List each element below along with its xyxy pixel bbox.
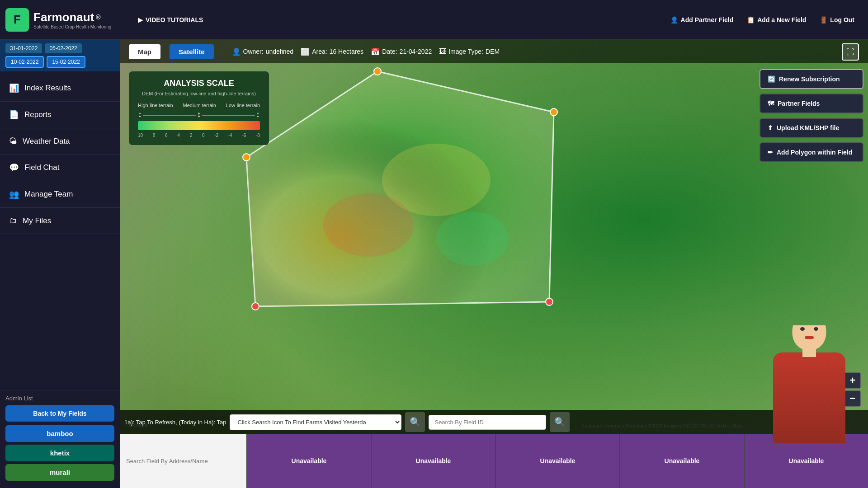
upload-icon: ⬆ xyxy=(768,124,773,131)
logout-icon: 🚪 xyxy=(820,16,827,23)
field-btn-murali[interactable]: murali xyxy=(5,464,114,481)
back-to-my-fields-btn[interactable]: Back to My Fields xyxy=(5,405,114,422)
farms-search-btn[interactable]: 🔍 xyxy=(405,412,425,432)
thumbnail-0[interactable]: Unavailable xyxy=(246,434,371,488)
date-badge-0[interactable]: 31-01-2022 xyxy=(5,43,42,53)
sidebar: 31-01-2022 05-02-2022 10-02-2022 15-02-2… xyxy=(0,40,120,488)
legend-gradient-bar xyxy=(138,121,260,130)
add-field-icon: 📋 xyxy=(747,16,755,23)
sidebar-item-reports[interactable]: 📄 Reports xyxy=(0,102,120,128)
thumbnail-1[interactable]: Unavailable xyxy=(371,434,495,488)
app-title: Farmonaut ® xyxy=(33,10,111,24)
partner-icon: 👤 xyxy=(670,16,678,23)
field-id-search-btn[interactable]: 🔍 xyxy=(550,412,570,432)
farms-dropdown[interactable]: Click Search Icon To Find Farms Visited … xyxy=(230,414,401,430)
field-btn-bamboo[interactable]: bamboo xyxy=(5,425,114,442)
partner-fields-icon: 🗺 xyxy=(768,100,774,107)
polygon-icon: ✏ xyxy=(768,149,773,156)
map-date: 📅 Date: 21-04-2022 xyxy=(371,47,432,56)
reports-icon: 📄 xyxy=(9,110,19,120)
partner-fields-btn[interactable]: 🗺 Partner Fields xyxy=(760,94,863,113)
renew-icon: 🔄 xyxy=(768,75,775,83)
video-icon: ▶ xyxy=(138,16,143,23)
sidebar-nav: 📊 Index Results 📄 Reports 🌤 Weather Data… xyxy=(0,71,120,390)
upload-kml-btn[interactable]: ⬆ Upload KML/SHP file xyxy=(760,118,863,138)
logo-text-block: Farmonaut ® Satellite Based Crop Health … xyxy=(33,10,111,29)
add-partner-field-btn[interactable]: 👤 Add Partner Field xyxy=(670,16,734,23)
date-badge-2[interactable]: 10-02-2022 xyxy=(5,56,44,68)
chat-icon: 💬 xyxy=(9,163,19,173)
image-icon: 🖼 xyxy=(439,47,446,56)
map-image-type: 🖼 Image Type: DEM xyxy=(439,47,500,56)
main-content: Map Satellite 👤 Owner: undefined ⬜ Area:… xyxy=(120,40,868,488)
date-badge-3[interactable]: 15-02-2022 xyxy=(47,56,85,68)
header-nav: ▶ VIDEO TUTORIALS xyxy=(120,16,203,23)
add-new-field-btn[interactable]: 📋 Add a New Field xyxy=(747,16,806,23)
legend-terrain-labels: High-line terrain Medium terrain Low-lin… xyxy=(138,103,260,108)
map-info: 👤 Owner: undefined ⬜ Area: 16 Hectares 📅… xyxy=(232,47,500,56)
search-icon-2: 🔍 xyxy=(554,417,566,427)
date-bar: 31-01-2022 05-02-2022 10-02-2022 15-02-2… xyxy=(0,40,120,71)
fullscreen-btn[interactable]: ⛶ xyxy=(842,43,859,61)
logo-area: F Farmonaut ® Satellite Based Crop Healt… xyxy=(0,8,120,32)
right-buttons: 🔄 Renew Subscription 🗺 Partner Fields ⬆ … xyxy=(760,69,863,162)
sidebar-item-manage-team[interactable]: 👥 Manage Team xyxy=(0,181,120,208)
sidebar-item-weather-data[interactable]: 🌤 Weather Data xyxy=(0,128,120,155)
sidebar-item-field-chat[interactable]: 💬 Field Chat xyxy=(0,155,120,181)
header: F Farmonaut ® Satellite Based Crop Healt… xyxy=(0,0,868,40)
team-icon: 👥 xyxy=(9,189,19,199)
video-tutorials-btn[interactable]: ▶ VIDEO TUTORIALS xyxy=(138,16,203,23)
log-out-btn[interactable]: 🚪 Log Out xyxy=(820,16,854,23)
add-polygon-btn[interactable]: ✏ Add Polygon within Field xyxy=(760,142,863,162)
svg-point-3 xyxy=(323,193,414,257)
legend-title: ANALYSIS SCALE xyxy=(138,79,260,88)
svg-point-5 xyxy=(374,68,381,75)
map-owner: 👤 Owner: undefined xyxy=(232,47,294,56)
admin-label: Admin List xyxy=(5,395,114,402)
address-search-input[interactable] xyxy=(126,458,240,465)
search-address-box[interactable] xyxy=(120,434,246,488)
renew-subscription-btn[interactable]: 🔄 Renew Subscription xyxy=(760,69,863,89)
bar-chart-icon: 📊 xyxy=(9,83,19,93)
svg-point-6 xyxy=(550,108,557,116)
app-subtitle: Satellite Based Crop Health Monitoring xyxy=(33,24,111,29)
logo-icon: F xyxy=(5,8,29,32)
files-icon: 🗂 xyxy=(9,216,17,225)
thumbnail-3[interactable]: Unavailable xyxy=(619,434,744,488)
map-area: ⬜ Area: 16 Hectares xyxy=(301,47,363,56)
legend-box: ANALYSIS SCALE DEM (For Estimating low-l… xyxy=(129,71,269,145)
sidebar-item-my-files[interactable]: 🗂 My Files xyxy=(0,208,120,234)
sidebar-item-index-results[interactable]: 📊 Index Results xyxy=(0,75,120,102)
person-avatar xyxy=(750,325,868,443)
date-badge-1[interactable]: 05-02-2022 xyxy=(45,43,81,53)
legend-ticks: 108642 0-2-4-6-8 xyxy=(138,133,260,138)
scroll-text: 1a): Tap To Refresh, (Today in Ha): Tap xyxy=(124,419,226,426)
weather-icon: 🌤 xyxy=(9,136,17,146)
search-icon: 🔍 xyxy=(410,417,421,427)
thumbnail-2[interactable]: Unavailable xyxy=(495,434,619,488)
svg-point-9 xyxy=(243,154,250,161)
admin-section: Admin List Back to My Fields bamboo khet… xyxy=(0,390,120,488)
header-right: 👤 Add Partner Field 📋 Add a New Field 🚪 … xyxy=(670,16,868,23)
field-id-search-input[interactable] xyxy=(429,415,546,430)
calendar-icon: 📅 xyxy=(371,47,380,56)
map-topbar: Map Satellite 👤 Owner: undefined ⬜ Area:… xyxy=(120,40,868,63)
field-btn-khetix[interactable]: khetix xyxy=(5,445,114,461)
map-area[interactable]: Map Satellite 👤 Owner: undefined ⬜ Area:… xyxy=(120,40,868,488)
svg-point-7 xyxy=(546,298,553,305)
svg-point-8 xyxy=(252,303,259,310)
map-view-btn[interactable]: Map xyxy=(129,44,160,59)
area-icon: ⬜ xyxy=(301,47,310,56)
legend-subtitle: DEM (For Estimating low-line and high-li… xyxy=(138,91,260,96)
svg-point-4 xyxy=(436,211,509,266)
owner-icon: 👤 xyxy=(232,47,241,56)
satellite-view-btn[interactable]: Satellite xyxy=(170,44,214,59)
